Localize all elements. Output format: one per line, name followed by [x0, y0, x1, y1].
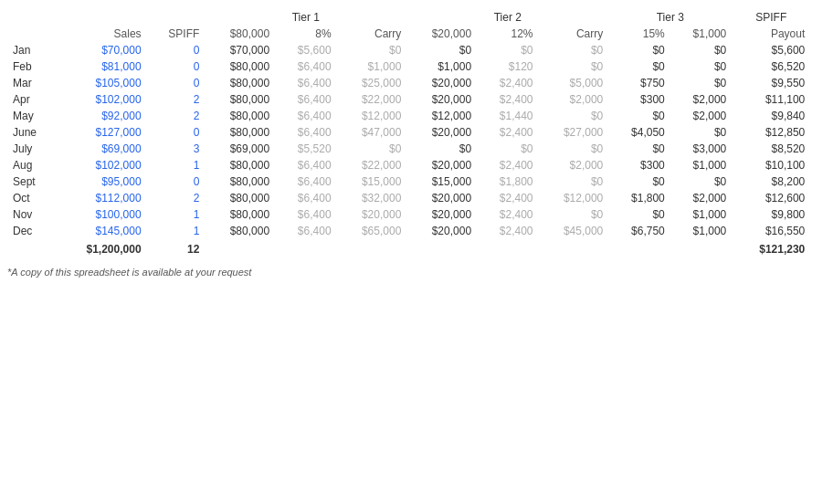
cell: 0 — [147, 42, 206, 58]
cell: $2,000 — [670, 190, 732, 206]
cell: $0 — [608, 42, 670, 58]
cell: $0 — [406, 42, 477, 58]
table-row: Aug$102,0001$80,000$6,400$22,000$20,000$… — [7, 157, 826, 173]
empty-payout-tier — [810, 9, 826, 26]
table-row: Oct$112,0002$80,000$6,400$32,000$20,000$… — [7, 190, 826, 206]
t2-pct-col-header: 12% — [477, 26, 538, 42]
cell: $2,400 — [477, 124, 538, 141]
cell: $6,400 — [275, 190, 336, 206]
cell: $6,400 — [275, 223, 336, 239]
table-row: Mar$105,0000$80,000$6,400$25,000$20,000$… — [7, 75, 826, 91]
cell: $8,200 — [732, 173, 810, 190]
table-row: Feb$81,0000$80,000$6,400$1,000$1,000$120… — [7, 58, 826, 75]
cell: 2 — [147, 190, 206, 206]
cell: $2,400 — [477, 91, 538, 108]
cell: $0 — [406, 141, 477, 157]
cell: $0 — [539, 108, 609, 124]
table-row: May$92,0002$80,000$6,400$12,000$12,000$1… — [7, 108, 826, 124]
table-row: June$127,0000$80,000$6,400$47,000$20,000… — [7, 124, 826, 141]
cell: $145,000 — [56, 223, 147, 239]
cell: $80,000 — [205, 124, 275, 141]
cell: $16,550 — [732, 223, 810, 239]
cell: 0 — [147, 75, 206, 91]
cell: $0 — [670, 42, 732, 58]
cell: $4,050 — [608, 124, 670, 141]
cell: $1,000 — [670, 223, 732, 239]
cell: $2,400 — [477, 206, 538, 223]
cell: May — [7, 108, 56, 124]
cell: $1,000 — [337, 58, 407, 75]
empty-header — [7, 9, 205, 26]
cell: $47,000 — [337, 124, 407, 141]
cell: $0 — [670, 75, 732, 91]
cell: $6,400 — [275, 173, 336, 190]
cell: $9,840 — [732, 108, 810, 124]
cell: $45,000 — [539, 223, 609, 239]
total-empty-1 — [205, 239, 275, 257]
cell: $0 — [477, 141, 538, 157]
cell: 1 — [147, 223, 206, 239]
cell: $12,000 — [539, 190, 609, 206]
cell: $80,000 — [205, 223, 275, 239]
cell: $22,000 — [337, 91, 407, 108]
cell: $0 — [337, 141, 407, 157]
table-row: Apr$102,0002$80,000$6,400$22,000$20,000$… — [7, 91, 826, 108]
cell: Jan — [7, 42, 56, 58]
cell: 3 — [147, 141, 206, 157]
table-row: Jan$70,0000$70,000$5,600$0$0$0$0$0$0$5,6… — [7, 42, 826, 58]
cell: $20,000 — [406, 75, 477, 91]
cell: $0 — [539, 173, 609, 190]
cell: $20,000 — [406, 190, 477, 206]
tier3-header: Tier 3 — [608, 9, 732, 26]
cell: $300 — [608, 91, 670, 108]
t1-carry-col-header: Carry — [337, 26, 407, 42]
cell: $2,400 — [477, 75, 538, 91]
cell: $0 — [608, 108, 670, 124]
commission-table: Tier 1 Tier 2 Tier 3 SPIFF Sales SPIFF $… — [7, 9, 826, 257]
cell: $100,000 — [56, 206, 147, 223]
cell: $20,000 — [406, 157, 477, 173]
cell: $0 — [539, 42, 609, 58]
t1-base-col-header: $80,000 — [205, 26, 275, 42]
cell: $20,000 — [337, 206, 407, 223]
cell: $0 — [608, 141, 670, 157]
cell: $80,000 — [205, 157, 275, 173]
cell: $105,000 — [56, 75, 147, 91]
cell: $0 — [337, 42, 407, 58]
total-spiff: 12 — [147, 239, 206, 257]
total-empty-5 — [477, 239, 538, 257]
cell: $70,000 — [56, 42, 147, 58]
cell: $2,000 — [539, 91, 609, 108]
spiff-val-col-header: $1,000 — [670, 26, 732, 42]
cell: 0 — [147, 173, 206, 190]
cell: $1,800 — [477, 173, 538, 190]
cell: $0 — [539, 141, 609, 157]
cell: $0 — [539, 58, 609, 75]
spiff-col-header: SPIFF — [147, 26, 206, 42]
cell: Nov — [7, 206, 56, 223]
cell: $15,000 — [406, 173, 477, 190]
cell: $69,000 — [56, 141, 147, 157]
cell: $0 — [608, 206, 670, 223]
total-payout: $121,230 — [732, 239, 810, 257]
cell: $102,000 — [56, 91, 147, 108]
cell: $6,520 — [732, 58, 810, 75]
cell: 0 — [147, 58, 206, 75]
cell: $6,400 — [275, 157, 336, 173]
cell: $80,000 — [205, 58, 275, 75]
spiff-header: SPIFF — [732, 9, 810, 26]
cell: $12,850 — [732, 124, 810, 141]
cell: $300 — [608, 157, 670, 173]
cell: $1,440 — [477, 108, 538, 124]
cell: $0 — [670, 58, 732, 75]
t2-carry-col-header: Carry — [539, 26, 609, 42]
tier1-header: Tier 1 — [205, 9, 406, 26]
total-empty-7 — [608, 239, 670, 257]
total-empty-8 — [670, 239, 732, 257]
total-label — [7, 239, 56, 257]
t1-pct-col-header: 8% — [275, 26, 336, 42]
totals-row: $1,200,000 12 $121,230 — [7, 239, 826, 257]
cell: 1 — [147, 157, 206, 173]
cell: $80,000 — [205, 190, 275, 206]
total-empty-2 — [275, 239, 336, 257]
